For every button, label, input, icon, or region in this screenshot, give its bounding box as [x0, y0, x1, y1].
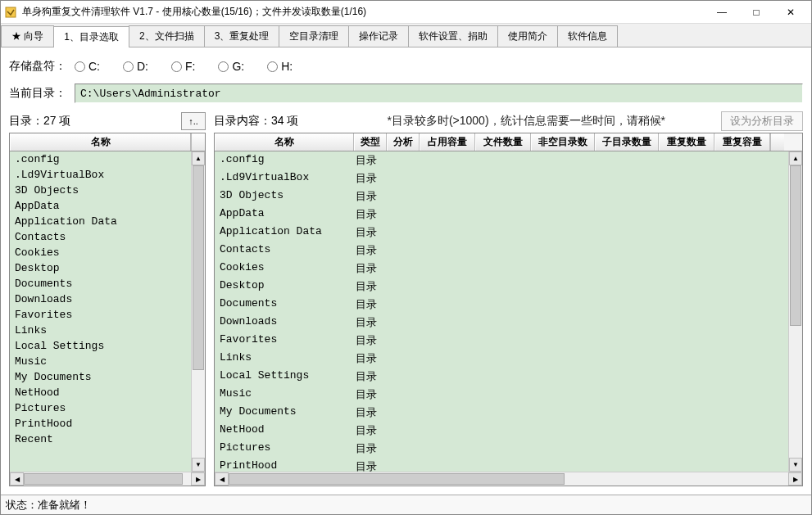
scroll-up-icon[interactable]: ▲: [192, 151, 205, 165]
list-item[interactable]: Pictures: [10, 400, 191, 416]
set-analysis-button[interactable]: 设为分析目录: [721, 111, 803, 131]
tab-6[interactable]: 软件设置、捐助: [408, 25, 498, 47]
table-row[interactable]: AppData目录: [215, 206, 788, 224]
left-vertical-scrollbar[interactable]: ▲ ▼: [191, 151, 205, 472]
list-item[interactable]: AppData: [10, 198, 191, 214]
right-col-header[interactable]: 非空目录数: [531, 133, 595, 151]
drive-radio[interactable]: [267, 61, 278, 72]
drive-radio[interactable]: [75, 61, 85, 72]
list-item[interactable]: Contacts: [10, 229, 191, 245]
list-item[interactable]: Links: [10, 323, 191, 338]
tab-5[interactable]: 操作记录: [348, 25, 409, 47]
cell-type: 目录: [354, 260, 387, 278]
list-item[interactable]: .config: [10, 151, 191, 167]
left-horizontal-scrollbar[interactable]: ◀ ▶: [10, 472, 205, 486]
tab-7[interactable]: 使用简介: [497, 25, 558, 47]
table-row[interactable]: Desktop目录: [215, 278, 788, 296]
scroll-right-icon[interactable]: ▶: [191, 472, 205, 486]
list-item[interactable]: Music: [10, 354, 191, 369]
left-count-label: 目录：27 项: [9, 114, 70, 129]
scroll-thumb[interactable]: [24, 473, 183, 485]
scroll-down-icon[interactable]: ▼: [192, 458, 205, 472]
table-row[interactable]: Application Data目录: [215, 224, 788, 242]
table-row[interactable]: Documents目录: [215, 296, 788, 314]
tab-2[interactable]: 2、文件扫描: [129, 25, 205, 47]
scroll-thumb[interactable]: [790, 165, 801, 326]
table-row[interactable]: .config目录: [215, 151, 788, 169]
drive-option-C[interactable]: C:: [75, 60, 100, 73]
table-row[interactable]: Favorites目录: [215, 332, 788, 350]
table-row[interactable]: Links目录: [215, 350, 788, 368]
right-col-header[interactable]: 类型: [354, 133, 387, 151]
maximize-button[interactable]: □: [739, 2, 773, 23]
drive-radio[interactable]: [123, 61, 134, 72]
titlebar[interactable]: 单身狗重复文件清理软件 V1.7 - 使用核心数量(15/16)；文件并发读取数…: [1, 1, 811, 24]
drive-option-D[interactable]: D:: [123, 60, 148, 73]
panels-header: 目录：27 项 ↑.. 目录内容：34 项 *目录较多时(>1000)，统计信息…: [9, 110, 803, 133]
right-horizontal-scrollbar[interactable]: ◀ ▶: [215, 472, 802, 486]
scroll-track[interactable]: [789, 165, 802, 458]
scroll-thumb[interactable]: [229, 473, 565, 485]
right-col-header[interactable]: 分析: [387, 133, 420, 151]
minimize-button[interactable]: —: [705, 2, 739, 23]
drive-radio[interactable]: [171, 61, 182, 72]
list-item[interactable]: Local Settings: [10, 338, 191, 354]
scroll-right-icon[interactable]: ▶: [788, 472, 802, 486]
right-col-header[interactable]: 重复容量: [714, 133, 770, 151]
tab-1[interactable]: 1、目录选取: [53, 26, 129, 47]
right-col-header[interactable]: 子目录数量: [595, 133, 659, 151]
scroll-track[interactable]: [192, 165, 205, 458]
list-item[interactable]: PrintHood: [10, 416, 191, 431]
table-row[interactable]: Downloads目录: [215, 314, 788, 332]
table-row[interactable]: 3D Objects目录: [215, 187, 788, 206]
right-col-header[interactable]: 重复数量: [659, 133, 714, 151]
table-row[interactable]: Music目录: [215, 386, 788, 404]
drive-option-G[interactable]: G:: [218, 60, 244, 73]
scroll-track[interactable]: [24, 472, 191, 486]
list-item[interactable]: Cookies: [10, 245, 191, 260]
scroll-up-icon[interactable]: ▲: [789, 151, 802, 165]
table-row[interactable]: Pictures目录: [215, 440, 788, 458]
cell-type: 目录: [354, 458, 387, 472]
close-button[interactable]: ✕: [773, 2, 808, 23]
tab-0[interactable]: ★ 向导: [1, 25, 54, 47]
scroll-thumb[interactable]: [193, 165, 204, 370]
table-row[interactable]: Local Settings目录: [215, 368, 788, 386]
up-directory-button[interactable]: ↑..: [181, 112, 206, 130]
tab-3[interactable]: 3、重复处理: [204, 25, 280, 47]
list-item[interactable]: Application Data: [10, 214, 191, 229]
table-row[interactable]: Cookies目录: [215, 260, 788, 278]
table-row[interactable]: NetHood目录: [215, 422, 788, 440]
right-col-header[interactable]: 占用容量: [420, 133, 475, 151]
scroll-left-icon[interactable]: ◀: [215, 472, 229, 486]
list-item[interactable]: Documents: [10, 276, 191, 291]
list-item[interactable]: Favorites: [10, 307, 191, 323]
list-item[interactable]: Downloads: [10, 291, 191, 307]
right-col-header[interactable]: 名称: [215, 133, 354, 151]
scroll-down-icon[interactable]: ▼: [789, 458, 802, 472]
table-row[interactable]: Contacts目录: [215, 242, 788, 260]
list-item[interactable]: My Documents: [10, 369, 191, 385]
drive-option-H[interactable]: H:: [267, 60, 293, 73]
list-item[interactable]: Recent: [10, 431, 191, 447]
list-item[interactable]: Desktop: [10, 260, 191, 276]
drive-option-F[interactable]: F:: [171, 60, 195, 73]
right-rows[interactable]: .config目录.Ld9VirtualBox目录3D Objects目录App…: [215, 151, 788, 472]
list-item[interactable]: NetHood: [10, 385, 191, 400]
table-row[interactable]: My Documents目录: [215, 404, 788, 422]
tab-8[interactable]: 软件信息: [557, 25, 618, 47]
list-item[interactable]: .Ld9VirtualBox: [10, 167, 191, 183]
window-controls: — □ ✕: [705, 2, 808, 23]
tab-4[interactable]: 空目录清理: [279, 25, 349, 47]
left-col-name[interactable]: 名称: [10, 133, 191, 151]
left-rows[interactable]: .config.Ld9VirtualBox3D ObjectsAppDataAp…: [10, 151, 191, 472]
drive-radio[interactable]: [218, 61, 229, 72]
list-item[interactable]: 3D Objects: [10, 183, 191, 198]
scroll-left-icon[interactable]: ◀: [10, 472, 24, 486]
table-row[interactable]: PrintHood目录: [215, 458, 788, 472]
right-col-header[interactable]: 文件数量: [475, 133, 531, 151]
scroll-track[interactable]: [229, 472, 788, 486]
current-directory-path[interactable]: C:\Users\Administrator: [75, 84, 803, 103]
table-row[interactable]: .Ld9VirtualBox目录: [215, 169, 788, 187]
right-vertical-scrollbar[interactable]: ▲ ▼: [788, 151, 802, 472]
